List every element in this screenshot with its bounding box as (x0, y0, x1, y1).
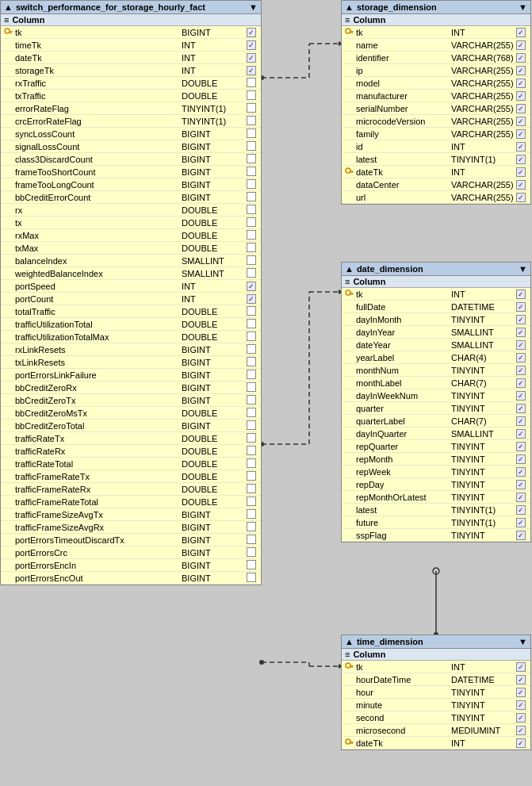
column-checkbox[interactable] (245, 128, 258, 140)
column-checkbox[interactable]: ✓ (515, 531, 527, 540)
column-checkbox[interactable]: ✓ (515, 180, 527, 190)
column-checkbox[interactable]: ✓ (515, 454, 527, 464)
column-checkbox[interactable]: ✓ (515, 117, 527, 126)
table-row: trafficFrameSizeAvgRxBIGINT (1, 521, 261, 534)
column-checkbox[interactable]: ✓ (515, 467, 527, 477)
column-checkbox[interactable] (245, 205, 258, 216)
column-checkbox[interactable]: ✓ (515, 429, 527, 439)
column-checkbox[interactable] (245, 547, 258, 558)
scroll-down-icon3[interactable]: ▼ (519, 264, 527, 274)
column-checkbox[interactable]: ✓ (515, 129, 527, 139)
column-checkbox[interactable]: ✓ (245, 66, 258, 75)
column-checkbox[interactable] (245, 522, 258, 533)
column-checkbox[interactable]: ✓ (515, 28, 527, 37)
column-checkbox[interactable] (245, 90, 258, 102)
column-checkbox[interactable] (245, 179, 258, 190)
column-checkbox[interactable] (245, 370, 258, 381)
column-checkbox[interactable] (245, 420, 258, 431)
column-checkbox[interactable] (245, 395, 258, 406)
scroll-up-icon3[interactable]: ▲ (345, 264, 354, 274)
column-checkbox[interactable]: ✓ (515, 738, 527, 748)
scroll-down-icon2[interactable]: ▼ (519, 2, 527, 12)
column-checkbox[interactable] (245, 446, 258, 457)
column-checkbox[interactable]: ✓ (515, 79, 527, 88)
column-checkbox[interactable]: ✓ (245, 40, 258, 50)
column-checkbox[interactable] (245, 243, 258, 254)
column-checkbox[interactable] (245, 217, 258, 228)
column-checkbox[interactable]: ✓ (515, 66, 527, 75)
column-checkbox[interactable]: ✓ (245, 294, 258, 304)
column-checkbox[interactable]: ✓ (515, 442, 527, 451)
column-name: identifier (356, 53, 451, 63)
column-checkbox[interactable]: ✓ (515, 40, 527, 50)
column-checkbox[interactable] (245, 167, 258, 178)
column-checkbox[interactable] (245, 78, 258, 89)
column-checkbox[interactable]: ✓ (515, 726, 527, 735)
scroll-down-icon4[interactable]: ▼ (519, 637, 527, 646)
column-checkbox[interactable] (245, 573, 258, 584)
column-checkbox[interactable] (245, 382, 258, 393)
column-checkbox[interactable]: ✓ (515, 688, 527, 697)
column-type: BIGINT (182, 167, 245, 177)
storage-table-rows: tkINT✓nameVARCHAR(255)✓identifierVARCHAR… (342, 26, 530, 204)
column-checkbox[interactable] (245, 408, 258, 419)
svg-rect-32 (352, 293, 354, 295)
column-checkbox[interactable] (245, 230, 258, 241)
column-checkbox[interactable] (245, 116, 258, 127)
column-checkbox[interactable]: ✓ (515, 104, 527, 113)
column-checkbox[interactable]: ✓ (245, 28, 258, 37)
column-checkbox[interactable]: ✓ (515, 480, 527, 489)
column-checkbox[interactable] (245, 255, 258, 266)
column-checkbox[interactable]: ✓ (515, 713, 527, 723)
column-checkbox[interactable]: ✓ (515, 302, 527, 312)
column-checkbox[interactable] (245, 154, 258, 165)
column-checkbox[interactable]: ✓ (515, 518, 527, 527)
column-checkbox[interactable]: ✓ (515, 155, 527, 164)
column-checkbox[interactable]: ✓ (515, 391, 527, 401)
column-checkbox[interactable] (245, 497, 258, 508)
column-checkbox[interactable]: ✓ (515, 404, 527, 413)
column-checkbox[interactable] (245, 319, 258, 330)
column-checkbox[interactable]: ✓ (515, 340, 527, 350)
column-name: tx (15, 218, 182, 228)
column-checkbox[interactable]: ✓ (515, 167, 527, 177)
column-checkbox[interactable]: ✓ (515, 366, 527, 375)
column-checkbox[interactable]: ✓ (245, 53, 258, 63)
column-checkbox[interactable] (245, 141, 258, 152)
scroll-down-icon[interactable]: ▼ (249, 2, 258, 12)
column-checkbox[interactable]: ✓ (515, 493, 527, 502)
column-checkbox[interactable]: ✓ (515, 675, 527, 684)
column-checkbox[interactable]: ✓ (515, 353, 527, 362)
column-checkbox[interactable] (245, 471, 258, 482)
column-checkbox[interactable] (245, 433, 258, 444)
column-checkbox[interactable]: ✓ (515, 700, 527, 710)
column-checkbox[interactable] (245, 268, 258, 279)
column-checkbox[interactable] (245, 306, 258, 317)
column-checkbox[interactable]: ✓ (245, 282, 258, 291)
column-checkbox[interactable]: ✓ (515, 315, 527, 324)
scroll-up-icon[interactable]: ▲ (4, 2, 13, 12)
column-checkbox[interactable]: ✓ (515, 91, 527, 101)
scroll-up-icon2[interactable]: ▲ (345, 2, 354, 12)
column-checkbox[interactable] (245, 192, 258, 203)
column-checkbox[interactable] (245, 560, 258, 571)
column-checkbox[interactable] (245, 484, 258, 495)
scroll-up-icon4[interactable]: ▲ (345, 637, 354, 646)
column-checkbox[interactable] (245, 357, 258, 368)
column-checkbox[interactable] (245, 103, 258, 114)
column-checkbox[interactable] (245, 344, 258, 355)
column-checkbox[interactable] (245, 458, 258, 470)
column-checkbox[interactable]: ✓ (515, 193, 527, 202)
column-checkbox[interactable]: ✓ (515, 53, 527, 63)
column-checkbox[interactable]: ✓ (515, 142, 527, 151)
column-checkbox[interactable]: ✓ (515, 416, 527, 426)
column-checkbox[interactable]: ✓ (515, 505, 527, 515)
column-checkbox[interactable] (245, 535, 258, 546)
column-checkbox[interactable]: ✓ (515, 289, 527, 299)
column-checkbox[interactable]: ✓ (515, 328, 527, 337)
column-checkbox[interactable] (245, 509, 258, 520)
column-checkbox[interactable]: ✓ (515, 662, 527, 672)
column-checkbox[interactable] (245, 332, 258, 343)
column-checkbox[interactable]: ✓ (515, 378, 527, 388)
table-row: portErrorsLinkFailureBIGINT (1, 369, 261, 381)
